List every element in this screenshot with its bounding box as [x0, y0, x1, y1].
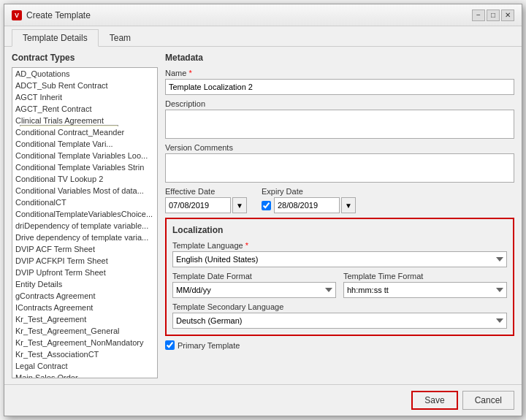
contract-types-label: Contract Types [12, 53, 158, 63]
secondary-language-select[interactable]: Deutsch (German) English (United States)… [172, 313, 507, 329]
list-item[interactable]: Conditional Template Vari... [12, 138, 157, 150]
description-field-group: Description [165, 99, 514, 139]
expiry-date-input[interactable] [274, 197, 340, 213]
list-item[interactable]: Clinical Trials Agreement Clinical Trial… [12, 115, 157, 126]
primary-template-checkbox[interactable] [165, 340, 175, 350]
list-item[interactable]: Conditional Template Variables Loo... [12, 150, 157, 161]
primary-template-label: Primary Template [178, 341, 240, 350]
list-item[interactable]: Conditional Template Variables Strin [12, 161, 157, 173]
list-item[interactable]: IContracts Agreement [12, 302, 157, 313]
secondary-language-label: Template Secondary Language [172, 302, 507, 311]
list-item[interactable]: Drive dependency of template varia... [12, 232, 157, 243]
description-input[interactable] [165, 110, 514, 139]
expiry-date-checkbox[interactable] [262, 201, 271, 210]
language-field-group: Template Language * English (United Stat… [172, 241, 507, 267]
right-panel: Metadata Name * Description Version Comm… [165, 53, 514, 378]
list-item[interactable]: AGCT Inherit [12, 91, 157, 103]
title-bar: V Create Template − □ ✕ [4, 4, 522, 26]
metadata-section-label: Metadata [165, 53, 514, 63]
localization-section: Localization Template Language * English… [165, 218, 514, 336]
effective-date-input[interactable] [165, 197, 231, 213]
app-logo-icon: V [12, 10, 22, 20]
list-item[interactable]: Main Sales Order [12, 372, 157, 378]
cancel-button[interactable]: Cancel [462, 391, 514, 410]
list-item[interactable]: Kr_Test_AssociationCT [12, 348, 157, 360]
expiry-date-field: Expiry Date ▼ [262, 187, 356, 213]
content-area: Contract Types AD_Quotations ADCT_Sub Re… [4, 47, 522, 384]
name-required-marker: * [186, 69, 191, 77]
list-item[interactable]: Conditional TV Lookup 2 [12, 173, 157, 185]
time-format-label: Template Time Format [343, 272, 507, 280]
list-item[interactable]: Kr_Test_Agreement_General [12, 325, 157, 337]
left-panel: Contract Types AD_Quotations ADCT_Sub Re… [12, 53, 158, 378]
description-label: Description [165, 99, 514, 108]
list-item[interactable]: DVIP Upfront Term Sheet [12, 267, 157, 278]
language-select[interactable]: English (United States) Deutsch (German)… [172, 251, 507, 267]
contract-types-list[interactable]: AD_Quotations ADCT_Sub Rent Contract AGC… [12, 67, 158, 378]
create-template-dialog: V Create Template − □ ✕ Template Details… [4, 4, 522, 416]
date-row: Effective Date ▼ Expiry Date ▼ [165, 187, 514, 213]
tab-template-details[interactable]: Template Details [12, 29, 99, 47]
save-button[interactable]: Save [411, 391, 457, 410]
window-controls: − □ ✕ [472, 9, 514, 21]
list-item[interactable]: ConditionalTemplateVariablesChoice... [12, 208, 157, 220]
expiry-date-wrapper: ▼ [262, 197, 356, 213]
effective-date-field: Effective Date ▼ [165, 187, 247, 213]
date-format-label: Template Date Format [172, 272, 336, 280]
tab-team[interactable]: Team [99, 29, 142, 46]
time-format-select[interactable]: hh:mm:ss tt HH:mm:ss hh:mm tt [343, 282, 507, 298]
version-comments-label: Version Comments [165, 143, 514, 152]
format-row: Template Date Format MM/dd/yy dd/MM/yyyy… [172, 272, 507, 298]
title-bar-left: V Create Template [12, 10, 91, 20]
list-item[interactable]: DVIP ACF Term Sheet [12, 243, 157, 255]
date-format-field-group: Template Date Format MM/dd/yy dd/MM/yyyy… [172, 272, 336, 298]
language-label: Template Language * [172, 241, 507, 250]
close-button[interactable]: ✕ [501, 9, 514, 21]
maximize-button[interactable]: □ [487, 9, 500, 21]
list-item[interactable]: AGCT_Rent Contract [12, 103, 157, 115]
list-item[interactable]: AD_Quotations [12, 68, 157, 80]
secondary-language-field-group: Template Secondary Language Deutsch (Ger… [172, 302, 507, 329]
effective-date-wrapper: ▼ [165, 197, 247, 213]
expiry-date-label: Expiry Date [262, 187, 356, 196]
version-comments-field-group: Version Comments [165, 143, 514, 183]
list-item[interactable]: DVIP ACFKPI Term Sheet [12, 255, 157, 267]
list-item[interactable]: Legal Contract [12, 360, 157, 372]
primary-template-wrapper: Primary Template [165, 340, 514, 350]
effective-date-label: Effective Date [165, 187, 247, 196]
list-item[interactable]: Conditional Contract_Meander [12, 126, 157, 138]
list-item[interactable]: Entity Details [12, 278, 157, 290]
name-field-group: Name * [165, 69, 514, 95]
effective-date-picker-button[interactable]: ▼ [232, 197, 247, 213]
list-item[interactable]: Kr_Test_Agreement [12, 313, 157, 325]
list-item[interactable]: ConditionalCT [12, 196, 157, 208]
name-label: Name * [165, 69, 514, 77]
footer: Save Cancel [4, 384, 522, 416]
list-item[interactable]: driDependency of template variable... [12, 220, 157, 232]
minimize-button[interactable]: − [472, 9, 485, 21]
version-comments-input[interactable] [165, 153, 514, 183]
list-item[interactable]: ADCT_Sub Rent Contract [12, 80, 157, 91]
name-input[interactable] [165, 79, 514, 95]
list-item[interactable]: Kr_Test_Agreement_NonMandatory [12, 337, 157, 348]
tooltip-popup: Clinical Trials Agreement [20, 125, 118, 126]
list-item[interactable]: Conditional Variables Most of data... [12, 185, 157, 196]
date-format-select[interactable]: MM/dd/yy dd/MM/yyyy yyyy-MM-dd [172, 282, 336, 298]
tabs-row: Template Details Team [4, 26, 522, 47]
list-item[interactable]: gContracts Agreement [12, 290, 157, 302]
localization-section-label: Localization [172, 225, 507, 235]
expiry-date-picker-button[interactable]: ▼ [341, 197, 356, 213]
dialog-title: Create Template [26, 10, 91, 20]
time-format-field-group: Template Time Format hh:mm:ss tt HH:mm:s… [343, 272, 507, 298]
language-required-marker: * [243, 241, 248, 250]
